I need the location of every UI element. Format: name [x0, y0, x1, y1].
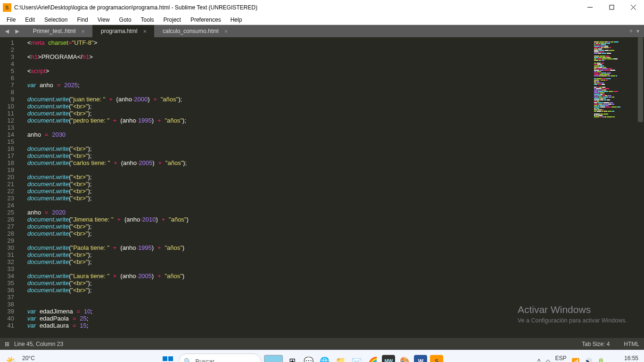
- menu-bar: File Edit Selection Find View Goto Tools…: [0, 15, 644, 25]
- status-bar: ⊞ Line 45, Column 23 Tab Size: 4 HTML: [0, 338, 644, 350]
- menu-project[interactable]: Project: [159, 16, 186, 24]
- vertical-scrollbar[interactable]: [637, 37, 644, 338]
- window-titlebar: S C:\Users\Ariel\Desktop\logica de progr…: [0, 0, 644, 15]
- menu-file[interactable]: File: [2, 16, 20, 24]
- menu-goto[interactable]: Goto: [115, 16, 136, 24]
- tab-menu-icon[interactable]: ▾: [636, 28, 639, 34]
- window-controls: [579, 0, 644, 15]
- menu-view[interactable]: View: [93, 16, 115, 24]
- word-icon[interactable]: W: [414, 355, 427, 362]
- tab-programa[interactable]: programa.html×: [92, 25, 154, 37]
- tab-label: calculo_consumo.html: [163, 28, 219, 34]
- tab-primer-test[interactable]: Primer_test..html×: [25, 25, 92, 37]
- svg-rect-1: [610, 5, 614, 9]
- window-title: C:\Users\Ariel\Desktop\logica de program…: [14, 4, 579, 11]
- sublime-icon[interactable]: S: [430, 355, 443, 362]
- menu-help[interactable]: Help: [226, 16, 247, 24]
- keyboard-layout[interactable]: ESP LAA: [555, 355, 567, 362]
- taskbar-center: 🔍Buscar ⊞ 💬 🌐 📁 ✉️ 🌈 MW 🎨 W S: [69, 354, 535, 362]
- cursor-position[interactable]: Line 45, Column 23: [14, 341, 63, 347]
- chat-icon[interactable]: 💬: [302, 355, 315, 362]
- line-gutter: 1234567891011121314151617181920212223242…: [0, 37, 23, 338]
- explorer-icon[interactable]: 📁: [334, 355, 347, 362]
- menu-edit[interactable]: Edit: [20, 16, 40, 24]
- close-button[interactable]: [622, 0, 644, 15]
- menu-preferences[interactable]: Preferences: [186, 16, 226, 24]
- nav-back-icon[interactable]: ◄: [3, 27, 11, 35]
- app-icon-2[interactable]: 🎨: [398, 355, 411, 362]
- menu-tools[interactable]: Tools: [136, 16, 159, 24]
- taskview-icon[interactable]: ⊞: [286, 355, 299, 362]
- system-tray: ^ ◇ ESP LAA 📶 🔊 🔋 16:55 18-04-2023: [537, 355, 638, 362]
- weather-icon: ⛅: [6, 355, 18, 362]
- tab-label: programa.html: [101, 28, 137, 34]
- taskbar-photo-icon[interactable]: [264, 355, 283, 362]
- menu-selection[interactable]: Selection: [40, 16, 72, 24]
- minimize-button[interactable]: [579, 0, 601, 15]
- close-icon[interactable]: ×: [224, 28, 228, 35]
- syntax-type[interactable]: HTML: [624, 341, 639, 347]
- weather-temp: 20°C: [22, 355, 66, 362]
- wifi-icon[interactable]: 📶: [571, 358, 579, 362]
- location-icon[interactable]: ◇: [545, 358, 551, 362]
- app-icon-1[interactable]: MW: [382, 355, 395, 362]
- start-button[interactable]: [160, 354, 176, 362]
- code-area[interactable]: <meta charset="UTF-8"> <h1>PROGRAMA</h1>…: [23, 37, 644, 338]
- close-icon[interactable]: ×: [81, 28, 85, 35]
- status-left: ⊞ Line 45, Column 23: [5, 341, 63, 347]
- tray-chevron-icon[interactable]: ^: [537, 358, 541, 362]
- tab-size[interactable]: Tab Size: 4: [582, 341, 610, 347]
- clock[interactable]: 16:55 18-04-2023: [610, 355, 638, 362]
- edge-icon[interactable]: 🌐: [318, 355, 331, 362]
- minimap[interactable]: [592, 37, 637, 338]
- weather-widget[interactable]: ⛅ 20°C Mayorm. nublado: [6, 355, 66, 362]
- status-right: Tab Size: 4 HTML: [582, 341, 639, 347]
- tab-calculo-consumo[interactable]: calculo_consumo.html×: [154, 25, 235, 37]
- weather-text: 20°C Mayorm. nublado: [22, 355, 66, 362]
- windows-taskbar: ⛅ 20°C Mayorm. nublado 🔍Buscar ⊞ 💬 🌐 📁 ✉…: [0, 350, 644, 362]
- tab-label: Primer_test..html: [33, 28, 76, 34]
- search-icon: 🔍: [184, 358, 191, 362]
- app-icon: S: [3, 3, 11, 12]
- maximize-button[interactable]: [601, 0, 622, 15]
- volume-icon[interactable]: 🔊: [584, 358, 592, 362]
- taskbar-search[interactable]: 🔍Buscar: [179, 354, 261, 362]
- search-placeholder: Buscar: [195, 358, 214, 362]
- tab-bar: ◄ ► Primer_test..html× programa.html× ca…: [0, 25, 644, 37]
- tab-nav: ◄ ►: [0, 27, 25, 35]
- scroll-thumb[interactable]: [638, 37, 643, 122]
- nav-fwd-icon[interactable]: ►: [13, 27, 22, 35]
- mail-icon[interactable]: ✉️: [350, 355, 363, 362]
- battery-icon[interactable]: 🔋: [597, 358, 605, 362]
- tab-actions: + ▾: [629, 28, 644, 34]
- editor[interactable]: 1234567891011121314151617181920212223242…: [0, 37, 644, 338]
- menu-find[interactable]: Find: [72, 16, 92, 24]
- new-tab-icon[interactable]: +: [629, 28, 633, 34]
- chrome-icon[interactable]: 🌈: [366, 355, 379, 362]
- status-icon[interactable]: ⊞: [5, 341, 9, 347]
- close-icon[interactable]: ×: [143, 28, 147, 35]
- tabs: Primer_test..html× programa.html× calcul…: [25, 25, 629, 37]
